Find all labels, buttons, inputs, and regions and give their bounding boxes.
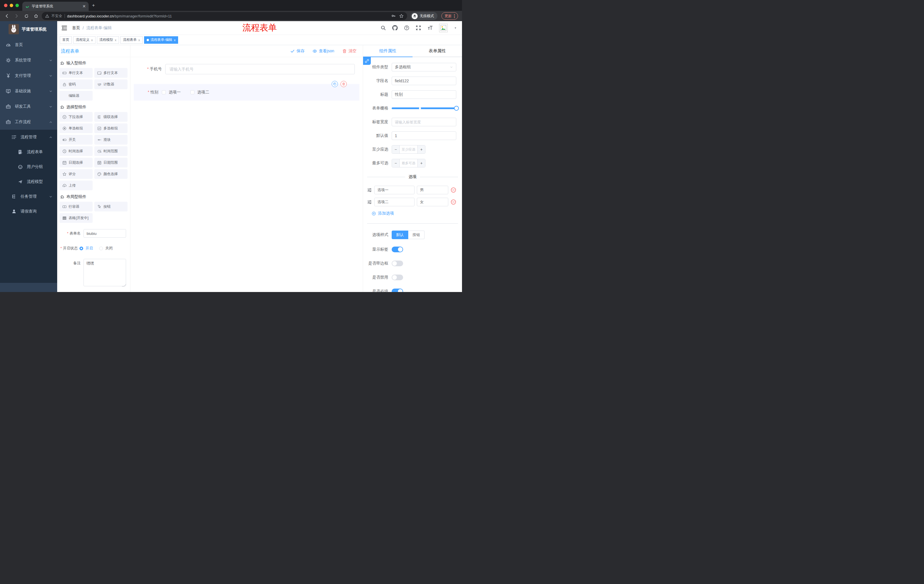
tag-home[interactable]: 首页 <box>60 36 72 44</box>
avatar[interactable] <box>439 24 448 32</box>
component-password[interactable]: 密码 <box>59 79 92 89</box>
option-style-button[interactable]: 按钮 <box>408 230 424 239</box>
component-rate[interactable]: 评分 <box>59 169 92 179</box>
phone-field-row[interactable]: 手机号 <box>144 64 355 74</box>
drag-handle-icon[interactable] <box>367 188 372 192</box>
close-window-button[interactable] <box>4 4 7 7</box>
default-value-input[interactable] <box>392 132 456 140</box>
view-json-button[interactable]: 查看json <box>312 49 334 54</box>
reload-icon[interactable] <box>22 12 30 20</box>
component-counter[interactable]: 计数器 <box>94 79 127 89</box>
option-1-value-input[interactable] <box>417 186 448 194</box>
forward-icon[interactable] <box>13 12 21 20</box>
form-remark-textarea[interactable]: 嘿嘿 <box>84 259 126 286</box>
drag-handle-icon[interactable] <box>367 200 372 204</box>
option-style-default[interactable]: 默认 <box>392 230 408 239</box>
sidebar-item-user-group[interactable]: 用户分组 <box>0 160 57 174</box>
stepper-decrease-button[interactable]: − <box>392 145 400 153</box>
search-icon[interactable] <box>381 25 386 31</box>
zoom-window-button[interactable] <box>15 4 19 7</box>
checkbox-option-2[interactable] <box>190 90 195 94</box>
component-switch[interactable]: 开关 <box>59 135 92 145</box>
tab-close-icon[interactable]: ✕ <box>82 4 86 8</box>
help-icon[interactable] <box>404 25 409 31</box>
component-time-range[interactable]: 时间范围 <box>94 146 127 156</box>
link-badge[interactable] <box>363 57 371 65</box>
show-label-switch[interactable] <box>392 247 403 252</box>
delete-component-button[interactable] <box>340 81 347 87</box>
tag-close-icon[interactable]: x <box>174 38 176 42</box>
tab-form-props[interactable]: 表单属性 <box>412 45 462 57</box>
component-slider[interactable]: 滑块 <box>94 135 127 145</box>
tag-process-definition[interactable]: 流程定义x <box>73 36 96 44</box>
avatar-caret-down-icon[interactable] <box>454 26 457 30</box>
component-date-picker[interactable]: 日期选择 <box>59 158 92 168</box>
option-2-value-input[interactable] <box>417 198 448 206</box>
tag-close-icon[interactable]: x <box>91 38 93 42</box>
remove-option-icon[interactable] <box>450 187 456 193</box>
component-time-picker[interactable]: 时间选择 <box>59 146 92 156</box>
tag-close-icon[interactable]: x <box>139 38 140 42</box>
radio-on[interactable] <box>79 247 83 250</box>
title-input[interactable] <box>392 90 456 99</box>
required-switch[interactable] <box>392 289 403 292</box>
security-label[interactable]: 不安全 <box>51 14 62 18</box>
home-icon[interactable] <box>32 12 40 20</box>
checkbox-option-1[interactable] <box>162 90 166 94</box>
copy-component-button[interactable] <box>332 81 338 87</box>
disabled-switch[interactable] <box>392 275 403 280</box>
address-bar[interactable]: 不安全 dashboard.yudao.iocoder.cn/bpm/manag… <box>42 12 407 20</box>
component-select[interactable]: 下拉选择 <box>59 112 92 122</box>
component-checkbox-group[interactable]: 多选框组 <box>94 123 127 133</box>
new-tab-button[interactable]: + <box>92 3 95 8</box>
github-icon[interactable] <box>392 25 398 31</box>
browser-update-button[interactable]: 更新 <box>441 12 458 20</box>
selected-component-gender[interactable]: 性别 选项一 选项二 <box>134 84 360 100</box>
sidebar-item-process-model[interactable]: 流程模型 <box>0 174 57 189</box>
component-editor[interactable]: 编辑器 <box>59 91 92 100</box>
radio-off-label[interactable]: 关闭 <box>105 244 113 253</box>
sidebar-item-payment[interactable]: 支付管理 <box>0 68 57 84</box>
component-table[interactable]: 表格[开发中] <box>59 213 92 223</box>
tag-close-icon[interactable]: x <box>115 38 117 42</box>
sidebar-collapse-icon[interactable] <box>61 25 68 31</box>
radio-on-label[interactable]: 开启 <box>86 244 93 253</box>
add-option-button[interactable]: 添加选项 <box>372 211 462 216</box>
sidebar-item-infra[interactable]: 基础设施 <box>0 84 57 99</box>
sidebar-item-devtools[interactable]: 研发工具 <box>0 99 57 114</box>
password-key-icon[interactable] <box>391 14 396 18</box>
form-name-input[interactable] <box>84 229 126 238</box>
label-width-input[interactable] <box>392 118 456 126</box>
slider-handle[interactable] <box>454 106 459 111</box>
component-single-text[interactable]: 单行文本 <box>59 68 92 78</box>
browser-tab[interactable]: 芋道管理系统 ✕ <box>22 2 89 11</box>
tag-process-form-edit[interactable]: 流程表单-编辑x <box>144 36 178 44</box>
stepper-increase-button[interactable]: + <box>417 159 425 167</box>
slider-track[interactable] <box>392 107 456 109</box>
sidebar-item-process-manage[interactable]: 流程管理 <box>0 130 57 145</box>
remove-option-icon[interactable] <box>450 199 456 205</box>
sidebar-item-home[interactable]: 首页 <box>0 37 57 53</box>
component-button[interactable]: 按钮 <box>94 202 127 211</box>
component-cascader[interactable]: 级联选择 <box>94 112 127 122</box>
clear-button[interactable]: 清空 <box>342 49 356 54</box>
tab-component-props[interactable]: 组件属性 <box>363 45 412 57</box>
min-select-input[interactable] <box>400 145 417 153</box>
stepper-decrease-button[interactable]: − <box>392 159 400 167</box>
border-switch[interactable] <box>392 261 403 266</box>
component-color-picker[interactable]: 颜色选择 <box>94 169 127 179</box>
field-name-input[interactable] <box>392 77 456 85</box>
option-2-label-input[interactable] <box>374 198 414 206</box>
minimize-window-button[interactable] <box>10 4 13 7</box>
tag-process-model[interactable]: 流程模型x <box>97 36 119 44</box>
component-radio-group[interactable]: 单选框组 <box>59 123 92 133</box>
component-multi-text[interactable]: 多行文本 <box>94 68 127 78</box>
bookmark-star-icon[interactable] <box>399 14 404 18</box>
breadcrumb-home[interactable]: 首页 <box>72 25 80 31</box>
back-icon[interactable] <box>3 12 11 20</box>
component-date-range[interactable]: 日期范围 <box>94 158 127 168</box>
option-1-label-input[interactable] <box>374 186 414 194</box>
sidebar-item-process-form[interactable]: 流程表单 <box>0 145 57 160</box>
tag-process-form[interactable]: 流程表单x <box>120 36 143 44</box>
phone-input[interactable] <box>165 64 355 74</box>
